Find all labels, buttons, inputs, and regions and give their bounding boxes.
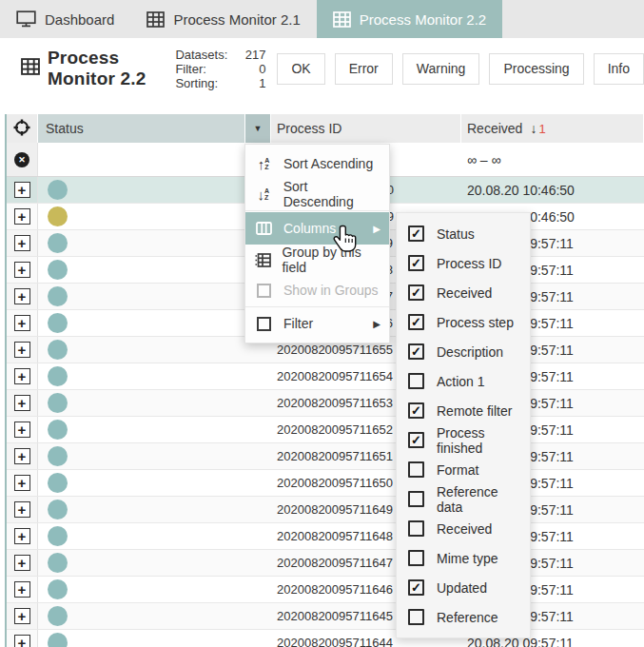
table-row[interactable]: + 20200820095711654 20.08.20 09:57:11 xyxy=(7,363,644,390)
table-row[interactable]: + 20200820095711647 20.08.20 09:57:11 xyxy=(7,550,644,577)
checkbox-unchecked-icon[interactable] xyxy=(408,461,424,478)
expand-row-button[interactable]: + xyxy=(7,497,38,522)
stat-label: Filter: xyxy=(175,62,234,76)
expand-plus-icon: + xyxy=(14,315,30,331)
expand-row-button[interactable]: + xyxy=(7,177,38,203)
checkbox-unchecked-icon[interactable] xyxy=(408,609,424,625)
status-cell xyxy=(38,230,271,256)
status-cell xyxy=(38,630,271,647)
column-toggle-item[interactable]: ✓ Process finished xyxy=(397,425,530,455)
clear-filter-icon: ✕ xyxy=(14,152,29,167)
expand-row-button[interactable]: + xyxy=(7,443,38,469)
status-cell xyxy=(38,310,271,336)
expand-row-button[interactable]: + xyxy=(7,523,38,549)
column-toggle-item[interactable]: Received xyxy=(397,514,530,543)
column-header-label: Received xyxy=(467,121,522,136)
menu-item-sort-ascending[interactable]: ↑AZ Sort Ascending xyxy=(245,148,389,179)
checkbox-unchecked-icon[interactable] xyxy=(408,550,424,566)
column-toggle-item[interactable]: ✓ Status xyxy=(397,219,530,248)
column-header-received[interactable]: Received ↓ 1 xyxy=(461,114,644,143)
stat-label: Datasets: xyxy=(175,48,234,62)
column-toggle-item[interactable]: Format xyxy=(397,455,530,484)
status-cell xyxy=(38,363,271,389)
checkbox-unchecked-icon[interactable] xyxy=(408,491,424,507)
checkbox-checked-icon[interactable]: ✓ xyxy=(408,255,424,271)
table-row[interactable]: + 20200820095711651 20.08.20 09:57:11 xyxy=(7,443,644,470)
ok-filter-button[interactable]: OK xyxy=(277,53,324,85)
expand-row-button[interactable]: + xyxy=(7,577,38,602)
checkbox-checked-icon[interactable]: ✓ xyxy=(408,402,424,419)
status-dot xyxy=(48,553,68,573)
checkbox-checked-icon[interactable]: ✓ xyxy=(408,225,424,242)
column-toggle-label: Reference xyxy=(437,610,498,625)
page-title: Process Monitor 2.2 xyxy=(48,48,166,89)
expand-plus-icon: + xyxy=(14,395,30,411)
expand-row-button[interactable]: + xyxy=(7,230,38,256)
expand-row-button[interactable]: + xyxy=(7,417,38,442)
column-toggle-item[interactable]: ✓ Updated xyxy=(397,573,530,602)
column-toggle-label: Status xyxy=(437,226,475,242)
checkbox-checked-icon[interactable]: ✓ xyxy=(408,284,424,301)
warning-filter-button[interactable]: Warning xyxy=(402,53,480,85)
table-row[interactable]: + 20200820095711652 20.08.20 09:57:11 xyxy=(7,417,644,443)
column-toggle-item[interactable]: Mime type xyxy=(397,543,530,573)
expand-row-button[interactable]: + xyxy=(7,390,38,416)
expand-row-button[interactable]: + xyxy=(7,337,38,363)
tab-process-monitor-21[interactable]: Process Monitor 2.1 xyxy=(130,0,316,38)
column-header-status[interactable]: Status xyxy=(38,114,245,143)
column-header-process-id[interactable]: Process ID xyxy=(271,114,461,143)
stat-value: 217 xyxy=(234,48,265,62)
table-row[interactable]: + 20200820095711646 20.08.20 09:57:11 xyxy=(7,577,644,603)
processing-filter-button[interactable]: Processing xyxy=(489,53,583,85)
column-toggle-item[interactable]: ✓ Process step xyxy=(397,307,530,337)
menu-item-group-by-field[interactable]: Group by this field xyxy=(245,245,389,275)
checkbox-unchecked-icon[interactable] xyxy=(408,520,424,537)
column-toggle-item[interactable]: ✓ Remote filter xyxy=(397,396,530,425)
clear-filters-button[interactable]: ✕ xyxy=(7,143,38,176)
checkbox-checked-icon[interactable]: ✓ xyxy=(408,314,424,330)
stat-value: 0 xyxy=(234,62,265,76)
status-dot xyxy=(48,206,68,226)
expand-row-button[interactable]: + xyxy=(7,204,38,229)
checkbox-checked-icon[interactable]: ✓ xyxy=(408,579,424,596)
expand-row-button[interactable]: + xyxy=(7,550,38,576)
error-filter-button[interactable]: Error xyxy=(335,53,393,85)
expand-row-button[interactable]: + xyxy=(7,363,38,389)
table-row[interactable]: + 20200820095711645 20.08.20 09:57:11 xyxy=(7,603,644,630)
status-dot xyxy=(48,420,68,440)
expand-row-button[interactable]: + xyxy=(7,284,38,309)
status-column-menu-button[interactable]: ▼ xyxy=(245,114,271,143)
status-dot xyxy=(48,473,68,493)
menu-item-sort-descending[interactable]: ↓AZ Sort Descending xyxy=(245,179,389,209)
menu-item-columns[interactable]: Columns ▶ xyxy=(245,212,389,245)
received-range-value: ∞ – ∞ xyxy=(467,152,501,167)
info-filter-button[interactable]: Info xyxy=(594,53,644,85)
expand-row-button[interactable]: + xyxy=(7,630,38,647)
expand-row-button[interactable]: + xyxy=(7,257,38,283)
column-toggle-item[interactable]: ✓ Received xyxy=(397,278,530,307)
column-toggle-item[interactable]: Reference data xyxy=(397,484,530,514)
column-toggle-item[interactable]: Reference xyxy=(397,602,530,632)
column-toggle-item[interactable]: ✓ Description xyxy=(397,337,530,366)
received-filter-cell[interactable]: ∞ – ∞ xyxy=(461,143,644,176)
checkbox-checked-icon[interactable]: ✓ xyxy=(408,432,424,448)
tab-dashboard[interactable]: Dashboard xyxy=(0,0,130,38)
table-header-row: Status ▼ Process ID Received ↓ 1 xyxy=(7,114,644,143)
expand-row-button[interactable]: + xyxy=(7,470,38,496)
column-toggle-item[interactable]: ✓ Process ID xyxy=(397,248,530,278)
move-column-header[interactable] xyxy=(7,114,38,143)
table-row[interactable]: + 20200820095711649 20.08.20 09:57:11 xyxy=(7,497,644,523)
status-cell xyxy=(38,577,271,602)
table-row[interactable]: + 20200820095711653 20.08.20 09:57:11 xyxy=(7,390,644,417)
tab-process-monitor-22[interactable]: Process Monitor 2.2 xyxy=(317,0,502,38)
checkbox-unchecked-icon[interactable] xyxy=(408,373,424,389)
table-row[interactable]: + 20200820095711650 20.08.20 09:57:11 xyxy=(7,470,644,497)
expand-row-button[interactable]: + xyxy=(7,603,38,629)
menu-item-filter[interactable]: Filter ▶ xyxy=(245,308,389,339)
checkbox-checked-icon[interactable]: ✓ xyxy=(408,343,424,360)
expand-row-button[interactable]: + xyxy=(7,310,38,336)
table-row[interactable]: + 20200820095711644 20.08.20 09:57:11 xyxy=(7,630,644,647)
column-toggle-item[interactable]: Action 1 xyxy=(397,366,530,396)
table-row[interactable]: + 20200820095711648 20.08.20 09:57:11 xyxy=(7,523,644,550)
status-filter-cell[interactable] xyxy=(38,143,271,176)
